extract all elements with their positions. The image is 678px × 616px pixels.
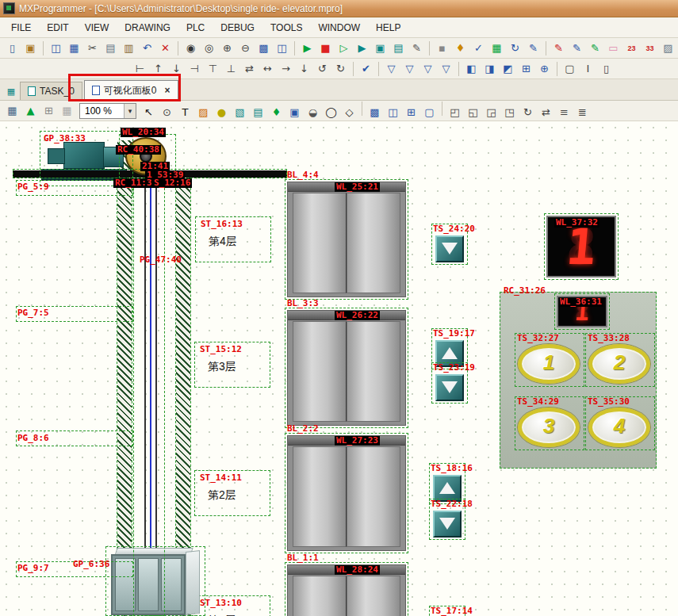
magnifier-icon[interactable]: ⊙ <box>159 104 175 121</box>
device-test-icon[interactable]: ✎ <box>408 40 425 56</box>
hall-floor-display[interactable]: 8 1 WL_37:32 <box>544 213 619 280</box>
cube-part-icon[interactable]: ▧ <box>232 104 248 121</box>
device-comment-3-icon[interactable]: 33 <box>642 40 658 56</box>
device-label[interactable]: WL_36:31 <box>558 297 603 307</box>
brush-green-icon[interactable]: ✎ <box>587 40 603 56</box>
menu-item-edit[interactable]: EDIT <box>39 18 76 37</box>
options-icon[interactable]: ▨ <box>660 40 676 56</box>
order-back-icon[interactable]: ◱ <box>465 104 481 121</box>
insert-image-icon[interactable]: ▲ <box>22 102 39 119</box>
zoom-out-icon[interactable]: ⊖ <box>237 40 254 56</box>
filter-1-icon[interactable]: ▽ <box>383 60 400 77</box>
device-label[interactable]: BL_2:2 <box>287 424 319 434</box>
device-label[interactable]: GP_6:36 <box>73 560 109 569</box>
swap-horizontal-icon[interactable]: ⇄ <box>241 60 258 77</box>
paste-icon[interactable]: ▥ <box>121 40 137 56</box>
nudge-down-icon[interactable]: ↓ <box>168 60 185 77</box>
stack-part-icon[interactable]: ▤ <box>250 104 266 121</box>
device-label[interactable]: ST_13:10 <box>200 599 242 608</box>
meter-part-icon[interactable]: ◒ <box>305 104 321 121</box>
filter-2-icon[interactable]: ▽ <box>401 60 418 77</box>
lamp-part-icon[interactable]: ● <box>213 104 230 121</box>
device-grid-icon[interactable]: ▦ <box>488 40 505 56</box>
device-label[interactable]: PG_9:7 <box>17 564 49 573</box>
save-all-icon[interactable]: ▦ <box>66 40 82 56</box>
monitor-write-icon[interactable]: ▤ <box>390 40 407 56</box>
move-right-icon[interactable]: → <box>278 60 294 77</box>
device-label[interactable]: WL_25:21 <box>335 182 380 192</box>
car-floor-display[interactable]: 8 1 WL_36:31 <box>554 293 610 330</box>
device-label[interactable]: TS_23:19 <box>433 363 475 373</box>
align-bottom-icon[interactable]: ⊥ <box>223 60 239 77</box>
pointer-icon[interactable]: ↖ <box>140 104 157 121</box>
menu-item-window[interactable]: WINDOW <box>310 18 368 37</box>
tile-windows-icon[interactable]: ◫ <box>274 40 290 56</box>
align-right-icon[interactable]: ⊣ <box>186 60 203 77</box>
monitor-start-icon[interactable]: ▶ <box>354 40 370 56</box>
device-comment-2-icon[interactable]: 23 <box>623 40 640 56</box>
zoom-in-icon[interactable]: ⊕ <box>219 40 236 56</box>
page-view-icon[interactable]: ▯ <box>598 60 615 77</box>
data-check-icon[interactable]: ✔ <box>358 60 374 77</box>
window-split-2-icon[interactable]: ◨ <box>481 60 498 77</box>
cascade-windows-icon[interactable]: ▩ <box>255 40 272 56</box>
elevator-door-floor2[interactable]: BL_2:2WL_27:23 <box>286 424 408 553</box>
new-window-icon[interactable]: ▢ <box>561 60 578 77</box>
grid-show-icon[interactable]: ▦ <box>59 102 75 119</box>
device-label[interactable]: TS_32:27 <box>517 334 559 343</box>
elevator-car-image[interactable] <box>111 548 201 616</box>
stop-icon[interactable]: ■ <box>317 40 334 56</box>
rotate-left-icon[interactable]: ↺ <box>314 60 331 77</box>
device-label[interactable]: TS_22:18 <box>431 499 473 509</box>
device-label[interactable]: TS_33:28 <box>588 334 630 343</box>
device-label[interactable]: TS_17:14 <box>431 606 473 616</box>
crosshair-icon[interactable]: ⊕ <box>536 60 553 77</box>
device-label[interactable]: ST_14:11 <box>200 473 242 483</box>
window-grid-icon[interactable]: ⊞ <box>518 60 534 77</box>
tab-visualization-panel[interactable]: 可视化面板0 × <box>84 80 178 100</box>
lock-icon[interactable]: ▪ <box>434 40 450 56</box>
ungroup-icon[interactable]: ◳ <box>501 104 518 121</box>
device-label[interactable]: BL_3:3 <box>287 299 319 308</box>
device-label[interactable]: PG_8:6 <box>17 434 49 443</box>
panel-close-icon[interactable]: ▢ <box>421 104 438 121</box>
device-label[interactable]: WL_27:23 <box>335 436 380 446</box>
cut-icon[interactable]: ✂ <box>84 40 101 56</box>
open-project-icon[interactable]: ▣ <box>22 40 39 56</box>
distribute-horizontal-icon[interactable]: ↔ <box>259 60 276 77</box>
tag-part-icon[interactable]: ♦ <box>268 104 285 121</box>
window-split-3-icon[interactable]: ◩ <box>500 60 516 77</box>
switch-part-icon[interactable]: ▣ <box>286 104 303 121</box>
save-icon[interactable]: ◫ <box>48 40 64 56</box>
align-objects-icon[interactable]: ≡ <box>556 104 573 121</box>
find-replace-icon[interactable]: ◎ <box>201 40 217 56</box>
group-icon[interactable]: ◲ <box>483 104 500 121</box>
device-label[interactable]: WL_26:22 <box>335 311 380 320</box>
call-button-down[interactable] <box>435 235 464 262</box>
floor-button-3[interactable]: 3 <box>518 407 580 447</box>
zoom-level-select[interactable]: 100 % ▾ <box>79 103 136 119</box>
undo-icon[interactable]: ↶ <box>139 40 155 56</box>
menu-item-file[interactable]: FILE <box>3 18 39 37</box>
copy-icon[interactable]: ▤ <box>102 40 119 56</box>
move-down-icon[interactable]: ↓ <box>296 60 312 77</box>
floor-sign[interactable]: ST_16:13第4层 <box>195 216 271 262</box>
floor-button-2[interactable]: 2 <box>588 344 650 384</box>
alarm-icon[interactable]: ♦ <box>452 40 469 56</box>
floor-button-4[interactable]: 4 <box>588 407 650 447</box>
pen-blue-icon[interactable]: ✎ <box>569 40 585 56</box>
refresh-icon[interactable]: ↻ <box>507 40 523 56</box>
panel-tile-icon[interactable]: ◫ <box>385 104 401 121</box>
device-label[interactable]: BL_4:4 <box>287 170 319 180</box>
design-canvas[interactable]: 8 1 WL_37:32 RC_31:26 8 1 WL_36:31 TS_32… <box>0 121 678 616</box>
tab-close-button[interactable]: × <box>165 85 170 96</box>
call-button-up[interactable] <box>433 475 462 502</box>
panel-grid-icon[interactable]: ⊞ <box>403 104 419 121</box>
elevator-door-floor1[interactable]: BL_1:1WL_28:24 <box>286 553 408 616</box>
device-label[interactable]: S_12:16 <box>152 178 192 188</box>
tab-task0[interactable]: TASK_0 <box>20 82 82 100</box>
device-label[interactable]: TS_35:30 <box>588 397 630 407</box>
circle-tool-icon[interactable]: ◯ <box>323 104 339 121</box>
nudge-up-icon[interactable]: ↑ <box>150 60 167 77</box>
floor-sign[interactable]: ST_13:10第1层 <box>194 595 270 616</box>
